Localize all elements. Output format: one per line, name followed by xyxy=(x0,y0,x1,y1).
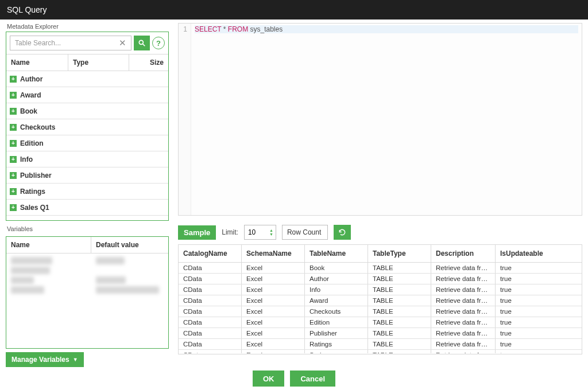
results-cell: Retrieve data from t... xyxy=(431,328,496,338)
rowcount-label: Row Count xyxy=(287,228,321,236)
tree-item[interactable]: +Author xyxy=(6,71,168,87)
results-cell: Retrieve data from t... xyxy=(431,317,496,327)
limit-stepper[interactable]: ▲ ▼ xyxy=(244,225,276,240)
tree-item[interactable]: +Publisher xyxy=(6,167,168,184)
results-cell: Edition xyxy=(305,317,368,327)
results-row[interactable]: CDataExcelEditionTABLERetrieve data from… xyxy=(179,317,582,328)
results-body[interactable]: CDataExcelBookTABLERetrieve data from t.… xyxy=(179,263,582,353)
token-ident: sys_tables xyxy=(250,25,283,33)
results-cell: CData xyxy=(179,274,242,284)
tree-item[interactable]: +Edition xyxy=(6,135,168,151)
expand-icon[interactable]: + xyxy=(10,140,17,147)
results-col-header[interactable]: Description xyxy=(431,245,496,262)
expand-icon[interactable]: + xyxy=(10,204,17,211)
results-cell: Excel xyxy=(242,339,305,349)
results-col-header[interactable]: CatalogName xyxy=(179,245,242,262)
line-number: 1 xyxy=(183,25,187,33)
refresh-button[interactable] xyxy=(334,225,351,240)
results-cell: Retrieve data from t... xyxy=(431,295,496,306)
results-cell: TABLE xyxy=(368,306,431,317)
var-col-default[interactable]: Default value xyxy=(91,237,168,253)
expand-icon[interactable]: + xyxy=(10,124,17,131)
expand-icon[interactable]: + xyxy=(10,76,17,83)
tree-item[interactable]: +Checkouts xyxy=(6,119,168,135)
window-title: SQL Query xyxy=(7,5,47,14)
editor-code[interactable]: SELECT * FROM sys_tables xyxy=(191,24,582,215)
ok-button[interactable]: OK xyxy=(253,370,285,387)
results-cell: Info xyxy=(305,284,368,295)
results-cell: Excel xyxy=(242,284,305,295)
variables-body xyxy=(6,253,168,348)
tree-item[interactable]: +Sales Q1 xyxy=(6,200,168,216)
results-col-header[interactable]: SchemaName xyxy=(242,245,305,262)
tree-item[interactable]: +Book xyxy=(6,103,168,119)
stepper-up-icon[interactable]: ▲ xyxy=(269,228,273,232)
results-cell: Retrieve data from t... xyxy=(431,350,496,353)
results-cell: Ratings xyxy=(305,339,368,349)
results-cell: Publisher xyxy=(305,328,368,338)
tree-item-label: Publisher xyxy=(20,171,52,180)
results-col-header[interactable]: IsUpdateable xyxy=(496,245,560,262)
tree-item-label: Edition xyxy=(20,139,44,147)
explorer-label: Metadata Explorer xyxy=(7,23,169,30)
search-button[interactable] xyxy=(134,36,150,50)
expand-icon[interactable]: + xyxy=(10,156,17,163)
results-cell: Retrieve data from t... xyxy=(431,263,496,273)
refresh-icon xyxy=(338,228,346,236)
search-input-wrap[interactable]: ✕ xyxy=(10,36,131,50)
dialog-footer: OK Cancel xyxy=(0,367,588,390)
results-row[interactable]: CDataExcelRatingsTABLERetrieve data from… xyxy=(179,339,582,350)
manage-variables-label: Manage Variables xyxy=(11,356,69,364)
expand-icon[interactable]: + xyxy=(10,108,17,115)
results-columns: CatalogNameSchemaNameTableNameTableTypeD… xyxy=(179,245,582,263)
results-row[interactable]: CDataExcelBookTABLERetrieve data from t.… xyxy=(179,263,582,274)
expand-icon[interactable]: + xyxy=(10,92,17,99)
results-cell: CData xyxy=(179,263,242,273)
results-row[interactable]: CDataExcelAuthorTABLERetrieve data from … xyxy=(179,274,582,284)
sql-editor[interactable]: 1 SELECT * FROM sys_tables xyxy=(178,23,582,216)
col-header-type[interactable]: Type xyxy=(68,54,129,71)
col-header-name[interactable]: Name xyxy=(6,54,68,71)
tree-item[interactable]: +Award xyxy=(6,87,168,103)
search-input[interactable] xyxy=(14,38,118,48)
keyword-select: SELECT xyxy=(195,25,221,33)
help-icon: ? xyxy=(156,39,161,48)
tree-item[interactable]: +Info xyxy=(6,151,168,167)
clear-search-icon[interactable]: ✕ xyxy=(118,38,127,48)
search-icon xyxy=(138,39,146,47)
editor-gutter: 1 xyxy=(179,24,191,215)
col-header-size[interactable]: Size xyxy=(129,54,168,71)
tree-item-label: Author xyxy=(20,75,42,83)
results-col-header[interactable]: TableName xyxy=(305,245,368,262)
expand-icon[interactable]: + xyxy=(10,172,17,179)
cancel-button[interactable]: Cancel xyxy=(290,370,335,387)
var-col-name[interactable]: Name xyxy=(6,237,91,253)
results-col-header[interactable]: TableType xyxy=(368,245,431,262)
results-cell: Retrieve data from t... xyxy=(431,284,496,295)
rowcount-dropdown[interactable]: Row Count xyxy=(282,225,328,240)
results-cell: true xyxy=(496,317,560,327)
help-button[interactable]: ? xyxy=(152,37,165,49)
results-row[interactable]: CDataExcelCheckoutsTABLERetrieve data fr… xyxy=(179,306,582,317)
stepper-down-icon[interactable]: ▼ xyxy=(269,232,273,236)
tree-item-label: Ratings xyxy=(20,188,45,196)
limit-input[interactable] xyxy=(247,228,266,237)
results-cell: Retrieve data from t... xyxy=(431,339,496,349)
explorer-tree[interactable]: +Author+Award+Book+Checkouts+Edition+Inf… xyxy=(6,71,168,220)
results-row[interactable]: CDataExcelPublisherTABLERetrieve data fr… xyxy=(179,328,582,339)
results-cell: Excel xyxy=(242,350,305,353)
results-row[interactable]: CDataExcelAwardTABLERetrieve data from t… xyxy=(179,295,582,306)
results-row[interactable]: CDataExcelInfoTABLERetrieve data from t.… xyxy=(179,284,582,295)
results-cell: TABLE xyxy=(368,274,431,284)
expand-icon[interactable]: + xyxy=(10,188,17,195)
results-cell: Excel xyxy=(242,317,305,327)
results-row[interactable]: CDataExcelSeriesTABLERetrieve data from … xyxy=(179,350,582,353)
tree-item[interactable]: +Ratings xyxy=(6,184,168,200)
token-star: * xyxy=(223,25,226,33)
results-cell: true xyxy=(496,350,560,353)
manage-variables-button[interactable]: Manage Variables ▼ xyxy=(6,352,84,367)
results-cell: Excel xyxy=(242,274,305,284)
results-cell: TABLE xyxy=(368,317,431,327)
tree-item-label: Sales Q1 xyxy=(20,204,49,212)
results-cell: CData xyxy=(179,295,242,306)
